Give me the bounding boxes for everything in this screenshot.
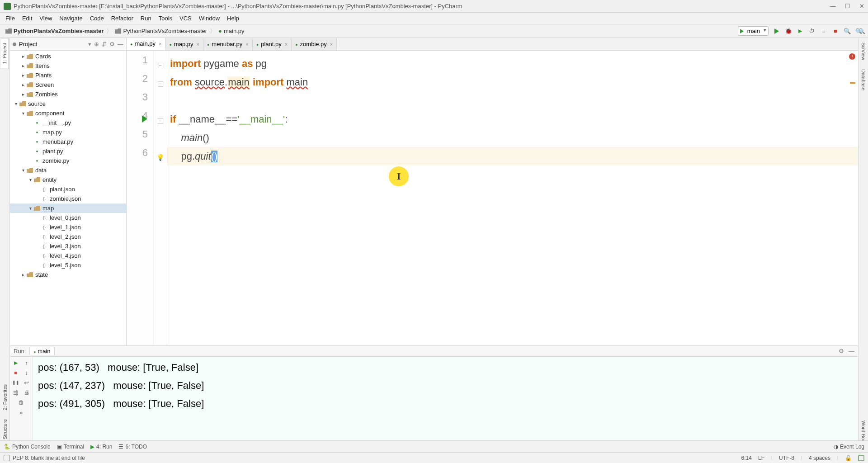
tree-node[interactable]: level_0.json (10, 213, 126, 222)
editor-tab[interactable]: menubar.py× (203, 38, 253, 50)
tab-database[interactable]: Database (860, 65, 867, 95)
tree-node[interactable]: ▾data (10, 165, 126, 175)
tree-node[interactable]: zombie.py (10, 156, 126, 165)
tree-node[interactable]: ▾component (10, 109, 126, 118)
editor-tab[interactable]: main.py× (127, 38, 165, 50)
warning-stripe-icon[interactable] (850, 82, 855, 84)
more-button[interactable]: » (17, 408, 25, 416)
tab-project[interactable]: 1: Project (1, 38, 9, 69)
hide-icon[interactable]: — (849, 348, 854, 354)
tree-node[interactable]: level_2.json (10, 232, 126, 241)
search-button[interactable] (844, 28, 851, 35)
menu-view[interactable]: View (36, 14, 56, 23)
collapse-icon[interactable]: ⇵ (102, 41, 107, 47)
tab-python-console[interactable]: 🐍 Python Console (4, 444, 51, 450)
tab-terminal[interactable]: ▣ Terminal (57, 444, 84, 450)
readonly-icon[interactable] (845, 455, 852, 461)
tree-node[interactable]: level_4.json (10, 251, 126, 260)
tree-node[interactable]: level_5.json (10, 260, 126, 270)
line-separator[interactable]: LF (758, 455, 764, 461)
hide-icon[interactable]: — (118, 41, 123, 47)
fold-icon[interactable] (158, 76, 163, 88)
crumb-root[interactable]: PythonPlantsVsZombies-master (3, 28, 106, 34)
gear-icon[interactable]: ⚙ (839, 348, 844, 354)
close-tab-icon[interactable]: × (285, 42, 288, 47)
run-button[interactable] (773, 28, 780, 35)
close-icon[interactable]: ✕ (859, 3, 864, 9)
fold-icon[interactable] (158, 58, 163, 70)
error-stripe-icon[interactable]: ! (849, 53, 855, 60)
menu-refactor[interactable]: Refactor (108, 14, 137, 23)
crumb-1[interactable]: PythonPlantsVsZombies-master (112, 28, 210, 34)
rerun-button[interactable] (12, 359, 20, 367)
close-tab-icon[interactable]: × (245, 42, 248, 47)
tree-node[interactable]: ▸state (10, 270, 126, 279)
tab-eventlog[interactable]: ◑ Event Log (834, 444, 864, 450)
code-area[interactable]: import pygame as pg from source.main imp… (167, 51, 858, 345)
close-tab-icon[interactable]: × (330, 42, 333, 47)
tree-node[interactable]: ▸Plants (10, 71, 126, 80)
tree-node[interactable]: level_3.json (10, 241, 126, 251)
tree-node[interactable]: ▸Screen (10, 80, 126, 90)
chevron-down-icon[interactable]: ▾ (88, 41, 91, 47)
bulb-icon[interactable] (156, 151, 164, 162)
profile-button[interactable] (808, 28, 816, 35)
clear-button[interactable] (17, 398, 25, 406)
tree-node[interactable]: __init__.py (10, 118, 126, 128)
menu-vcs[interactable]: VCS (176, 14, 195, 23)
editor-tab[interactable]: zombie.py× (292, 38, 337, 50)
coverage-button[interactable] (797, 28, 804, 35)
project-tree[interactable]: ▸Cards▸Items▸Plants▸Screen▸Zombies▾sourc… (10, 51, 126, 345)
inspections-icon[interactable] (858, 455, 864, 461)
locate-icon[interactable]: ⊕ (94, 41, 99, 47)
find-everywhere-button[interactable] (855, 28, 865, 35)
close-tab-icon[interactable]: × (159, 41, 161, 47)
indent[interactable]: 4 spaces (809, 455, 830, 461)
close-tab-icon[interactable]: × (196, 42, 199, 47)
menu-window[interactable]: Window (195, 14, 223, 23)
tree-node[interactable]: ▾map (10, 203, 126, 213)
tree-node[interactable]: plant.json (10, 184, 126, 194)
tree-node[interactable]: ▾entity (10, 175, 126, 184)
pause-button[interactable] (12, 378, 20, 387)
fold-icon[interactable] (158, 113, 163, 125)
tree-node[interactable]: ▾source (10, 99, 126, 109)
run-gutter-icon[interactable] (142, 113, 147, 125)
console[interactable]: pos: (167, 53) mouse: [True, False] pos:… (33, 357, 858, 449)
gear-icon[interactable]: ⚙ (109, 41, 115, 47)
up-button[interactable] (23, 359, 31, 367)
editor-tab[interactable]: plant.py× (253, 38, 292, 50)
stop-button[interactable] (832, 28, 839, 35)
editor[interactable]: 123456 import pygame as pg from source.m… (127, 51, 858, 345)
tab-sciview[interactable]: SciView (860, 38, 867, 65)
caret-position[interactable]: 6:14 (741, 455, 752, 461)
menu-code[interactable]: Code (86, 14, 108, 23)
tree-node[interactable]: ▸Zombies (10, 90, 126, 99)
tree-node[interactable]: zombie.json (10, 194, 126, 203)
menu-tools[interactable]: Tools (155, 14, 176, 23)
menu-file[interactable]: File (2, 14, 19, 23)
softwrap-button[interactable] (23, 378, 31, 387)
tree-node[interactable]: plant.py (10, 146, 126, 156)
menu-edit[interactable]: Edit (19, 14, 36, 23)
menu-navigate[interactable]: Navigate (56, 14, 86, 23)
concurrency-button[interactable] (820, 28, 827, 35)
tree-node[interactable]: ▸Cards (10, 52, 126, 61)
toolwindow-toggle-icon[interactable] (4, 455, 10, 461)
down-button[interactable] (23, 369, 31, 377)
tab-todo[interactable]: ☰ 6: TODO (118, 444, 147, 450)
debug-button[interactable] (785, 28, 792, 35)
print-button[interactable] (23, 388, 31, 397)
view-mode-icon[interactable] (13, 43, 16, 46)
maximize-icon[interactable]: ☐ (845, 3, 850, 9)
menu-run[interactable]: Run (137, 14, 155, 23)
tree-node[interactable]: ▸Items (10, 61, 126, 71)
run-tab[interactable]: main (29, 347, 54, 355)
tree-node[interactable]: level_1.json (10, 222, 126, 232)
minimize-icon[interactable]: — (830, 3, 836, 9)
tab-run[interactable]: ▶ 4: Run (90, 444, 112, 450)
tree-node[interactable]: map.py (10, 128, 126, 137)
menu-help[interactable]: Help (223, 14, 243, 23)
layout-button[interactable] (12, 388, 20, 397)
run-config-select[interactable]: main (738, 26, 769, 36)
